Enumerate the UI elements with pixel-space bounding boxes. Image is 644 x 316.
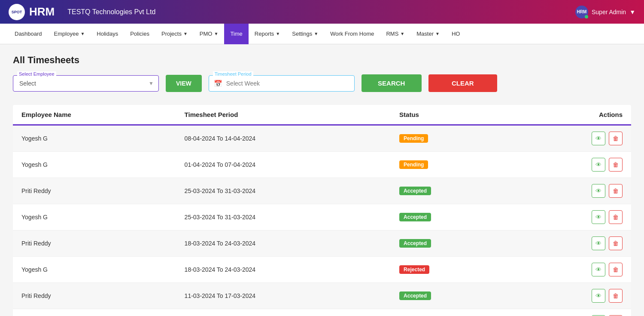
user-area[interactable]: HRM Super Admin ▼ (575, 6, 635, 18)
table-row: Yogesh G 18-03-2024 To 24-03-2024 Reject… (13, 257, 631, 283)
employee-chevron-icon: ▼ (80, 31, 85, 36)
cell-employee: Priti Reddy (13, 178, 176, 204)
calendar-icon: 📅 (214, 79, 222, 87)
cell-period: 11-03-2024 To 17-03-2024 (176, 283, 391, 309)
cell-period: 01-04-2024 To 07-04-2024 (176, 152, 391, 178)
period-field-wrapper: Timesheet Period 📅 (209, 75, 355, 92)
period-input[interactable] (209, 75, 355, 92)
nav-projects[interactable]: Projects ▼ (155, 24, 194, 44)
clear-button[interactable]: CLEAR (428, 74, 497, 92)
col-employee-name: Employee Name (13, 105, 176, 125)
cell-actions: 👁 🗑 (510, 230, 631, 257)
nav-settings[interactable]: Settings ▼ (286, 24, 324, 44)
nav-pmo[interactable]: PMO ▼ (194, 24, 225, 44)
delete-action-button[interactable]: 🗑 (609, 263, 623, 276)
cell-status: Accepted (391, 204, 510, 230)
cell-period: 18-03-2024 To 24-03-2024 (176, 257, 391, 283)
nav-time[interactable]: Time (224, 24, 248, 44)
status-badge: Accepted (399, 187, 431, 195)
nav-master[interactable]: Master ▼ (410, 24, 446, 44)
status-badge: Accepted (399, 213, 431, 221)
view-action-button[interactable]: 👁 (592, 210, 605, 224)
delete-action-button[interactable]: 🗑 (609, 184, 623, 198)
view-action-button[interactable]: 👁 (592, 236, 605, 250)
table-row: Priti Reddy 04-03-2024 To 10-03-2024 Acc… (13, 309, 631, 316)
view-button[interactable]: VIEW (166, 75, 202, 92)
view-action-button[interactable]: 👁 (592, 289, 605, 303)
delete-action-button[interactable]: 🗑 (609, 132, 623, 145)
company-name: TESTQ Technologies Pvt Ltd (67, 8, 155, 16)
status-badge: Accepted (399, 291, 431, 300)
employee-label: Select Employee (17, 71, 56, 77)
cell-actions: 👁 🗑 (510, 257, 631, 283)
status-badge: Accepted (399, 239, 431, 248)
col-timesheet-period: Timesheet Period (176, 105, 391, 125)
cell-period: 18-03-2024 To 24-03-2024 (176, 230, 391, 257)
nav-wfh[interactable]: Work From Home (324, 24, 380, 44)
view-action-button[interactable]: 👁 (592, 158, 605, 172)
col-status: Status (391, 105, 510, 125)
rms-chevron-icon: ▼ (400, 31, 404, 36)
master-chevron-icon: ▼ (435, 31, 440, 36)
navbar: Dashboard Employee ▼ Holidays Policies P… (0, 24, 644, 44)
online-indicator (585, 15, 588, 18)
cell-actions: 👁 🗑 (510, 204, 631, 230)
search-button[interactable]: SEARCH (361, 74, 422, 92)
main-content: All Timesheets Select Employee Select Yo… (0, 44, 644, 316)
delete-action-button[interactable]: 🗑 (609, 236, 623, 250)
nav-dashboard[interactable]: Dashboard (9, 24, 48, 44)
cell-employee: Priti Reddy (13, 283, 176, 309)
logo-area: SPOT HRM TESTQ Technologies Pvt Ltd (9, 4, 155, 20)
cell-employee: Priti Reddy (13, 230, 176, 257)
cell-employee: Priti Reddy (13, 309, 176, 316)
projects-chevron-icon: ▼ (183, 31, 188, 36)
table-row: Yogesh G 25-03-2024 To 31-03-2024 Accept… (13, 204, 631, 230)
view-action-button[interactable]: 👁 (592, 184, 605, 198)
nav-rms[interactable]: RMS ▼ (380, 24, 410, 44)
logo-text: HRM (29, 5, 55, 18)
nav-policies[interactable]: Policies (124, 24, 155, 44)
cell-employee: Yogesh G (13, 152, 176, 178)
cell-status: Accepted (391, 178, 510, 204)
delete-action-button[interactable]: 🗑 (609, 210, 623, 224)
page-title: All Timesheets (13, 55, 631, 66)
employee-field-wrapper: Select Employee Select Yogesh G Priti Re… (13, 75, 159, 92)
cell-period: 25-03-2024 To 31-03-2024 (176, 178, 391, 204)
employee-select[interactable]: Select Yogesh G Priti Reddy (13, 75, 159, 92)
settings-chevron-icon: ▼ (314, 31, 318, 36)
cell-actions: 👁 🗑 (510, 283, 631, 309)
header: SPOT HRM TESTQ Technologies Pvt Ltd HRM … (0, 0, 644, 24)
user-dropdown-icon[interactable]: ▼ (629, 9, 635, 15)
status-badge: Rejected (399, 265, 429, 274)
status-badge: Pending (399, 160, 428, 169)
user-name: Super Admin (592, 9, 626, 15)
cell-actions: 👁 🗑 (510, 152, 631, 178)
view-action-button[interactable]: 👁 (592, 263, 605, 276)
reports-chevron-icon: ▼ (276, 31, 280, 36)
view-action-button[interactable]: 👁 (592, 132, 605, 145)
nav-reports[interactable]: Reports ▼ (249, 24, 286, 44)
table-row: Priti Reddy 18-03-2024 To 24-03-2024 Acc… (13, 230, 631, 257)
cell-period: 04-03-2024 To 10-03-2024 (176, 309, 391, 316)
cell-status: Pending (391, 152, 510, 178)
cell-status: Rejected (391, 257, 510, 283)
cell-period: 25-03-2024 To 31-03-2024 (176, 204, 391, 230)
cell-status: Accepted (391, 309, 510, 316)
table-row: Priti Reddy 11-03-2024 To 17-03-2024 Acc… (13, 283, 631, 309)
col-actions: Actions (510, 105, 631, 125)
period-label: Timesheet Period (213, 71, 253, 77)
table-row: Yogesh G 08-04-2024 To 14-04-2024 Pendin… (13, 125, 631, 152)
cell-employee: Yogesh G (13, 125, 176, 152)
delete-action-button[interactable]: 🗑 (609, 289, 623, 303)
cell-employee: Yogesh G (13, 257, 176, 283)
delete-action-button[interactable]: 🗑 (609, 158, 623, 172)
cell-actions: 👁 🗑 (510, 309, 631, 316)
nav-holidays[interactable]: Holidays (91, 24, 124, 44)
nav-ho[interactable]: HO (446, 24, 466, 44)
cell-actions: 👁 🗑 (510, 125, 631, 152)
pmo-chevron-icon: ▼ (214, 31, 218, 36)
nav-employee[interactable]: Employee ▼ (48, 24, 91, 44)
table-row: Priti Reddy 25-03-2024 To 31-03-2024 Acc… (13, 178, 631, 204)
cell-actions: 👁 🗑 (510, 178, 631, 204)
cell-status: Pending (391, 125, 510, 152)
